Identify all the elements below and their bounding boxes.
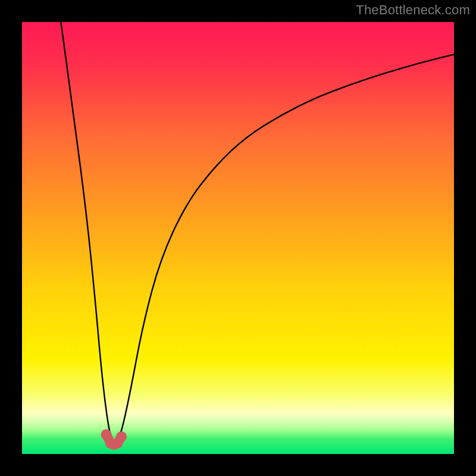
- curve-layer: [22, 22, 454, 454]
- bottom-markers: [101, 429, 127, 450]
- chart-container: TheBottleneck.com: [0, 0, 476, 476]
- watermark-text: TheBottleneck.com: [356, 2, 470, 18]
- plot-area: [22, 22, 454, 454]
- bottleneck-curve: [61, 22, 454, 441]
- marker-dot: [116, 431, 127, 442]
